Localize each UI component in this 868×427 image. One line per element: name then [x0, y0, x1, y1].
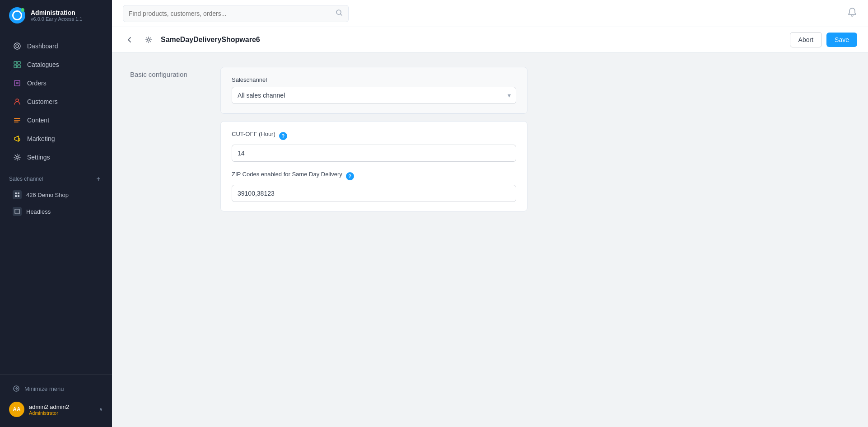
minimize-menu-button[interactable]: Minimize menu	[4, 380, 108, 397]
sidebar-nav: Dashboard Catalogues Orders Customers Co…	[0, 31, 112, 374]
channel-headless[interactable]: Headless	[4, 203, 108, 220]
config-card-fields: CUT-OFF (Hour) ? ZIP Codes enabled for S…	[220, 121, 527, 211]
svg-point-13	[16, 156, 19, 159]
online-indicator	[21, 8, 24, 12]
sidebar-item-label: Marketing	[27, 135, 55, 142]
svg-rect-4	[14, 65, 17, 68]
cutoff-label: CUT-OFF (Hour)	[232, 131, 275, 137]
topbar	[112, 0, 868, 27]
svg-rect-17	[18, 195, 19, 197]
sales-channel-section: Sales channel +	[0, 170, 112, 186]
config-card-saleschannel: Saleschannel All sales channel ▾	[220, 67, 527, 114]
orders-icon	[13, 79, 22, 88]
svg-rect-3	[18, 61, 20, 64]
svg-point-9	[16, 99, 19, 102]
svg-rect-6	[14, 80, 20, 86]
subheader-left: SameDayDeliveryShopware6	[123, 33, 260, 47]
main-content: SameDayDeliveryShopware6 Abort Save Basi…	[112, 0, 868, 427]
search-icon	[336, 9, 343, 18]
search-input[interactable]	[129, 10, 332, 17]
sidebar-item-label: Dashboard	[27, 42, 58, 50]
topbar-right	[847, 7, 857, 19]
cutoff-help-icon[interactable]: ?	[279, 132, 287, 140]
zipcode-label: ZIP Codes enabled for Same Day Delivery	[232, 171, 342, 178]
sidebar-item-marketing[interactable]: Marketing	[4, 130, 108, 148]
cutoff-label-row: CUT-OFF (Hour) ?	[232, 131, 516, 141]
svg-rect-18	[15, 209, 19, 214]
zipcode-label-row: ZIP Codes enabled for Same Day Delivery …	[232, 171, 516, 181]
back-button[interactable]	[123, 33, 136, 47]
sidebar-item-settings[interactable]: Settings	[4, 148, 108, 166]
svg-point-22	[148, 38, 150, 41]
settings-gear-button[interactable]	[142, 33, 155, 47]
channel-demo-label: 426 Demo Shop	[26, 192, 69, 198]
user-avatar: AA	[9, 402, 24, 417]
logo-ring	[12, 10, 22, 20]
subheader: SameDayDeliveryShopware6 Abort Save	[112, 27, 868, 52]
content-icon	[13, 116, 22, 125]
catalogues-icon	[13, 60, 22, 69]
user-info: admin2 admin2 Administrator	[29, 404, 94, 416]
customers-icon	[13, 97, 22, 106]
marketing-icon	[13, 134, 22, 143]
svg-rect-2	[14, 61, 17, 64]
svg-point-1	[16, 45, 19, 47]
sidebar-item-dashboard[interactable]: Dashboard	[4, 37, 108, 55]
svg-rect-12	[14, 122, 19, 122]
subheader-right: Abort Save	[790, 32, 857, 47]
sidebar-item-catalogues[interactable]: Catalogues	[4, 56, 108, 74]
sidebar-item-label: Orders	[27, 80, 47, 87]
zipcode-field-row: ZIP Codes enabled for Same Day Delivery …	[232, 171, 516, 202]
search-bar[interactable]	[123, 5, 349, 22]
saleschannel-select-wrap: All sales channel ▾	[232, 87, 516, 104]
brand-info: Administration v6.0.0 Early Access 1.1	[31, 9, 82, 22]
minimize-label: Minimize menu	[24, 385, 64, 392]
user-name: admin2 admin2	[29, 404, 94, 410]
section-label: Basic configuration	[130, 67, 202, 413]
save-button[interactable]: Save	[826, 33, 857, 47]
notification-icon[interactable]	[847, 7, 857, 19]
headless-icon	[13, 207, 22, 216]
demo-shop-icon	[13, 190, 22, 199]
sidebar-item-label: Customers	[27, 98, 58, 105]
sidebar-item-customers[interactable]: Customers	[4, 93, 108, 111]
user-chevron-icon[interactable]: ∧	[99, 406, 103, 413]
cutoff-field-row: CUT-OFF (Hour) ?	[232, 131, 516, 162]
channel-headless-label: Headless	[26, 208, 51, 215]
saleschannel-section: Saleschannel All sales channel ▾	[221, 67, 527, 113]
svg-rect-14	[15, 192, 17, 194]
app-logo	[9, 7, 25, 23]
brand-version: v6.0.0 Early Access 1.1	[31, 16, 82, 22]
page-title: SameDayDeliveryShopware6	[161, 36, 260, 44]
sidebar-item-label: Settings	[27, 154, 50, 161]
zipcode-help-icon[interactable]: ?	[346, 172, 354, 180]
svg-rect-10	[14, 118, 20, 119]
dashboard-icon	[13, 42, 22, 51]
svg-rect-5	[18, 65, 20, 68]
sidebar-item-label: Content	[27, 117, 49, 124]
svg-rect-16	[15, 195, 17, 197]
settings-icon	[13, 153, 22, 162]
saleschannel-select[interactable]: All sales channel	[232, 87, 516, 104]
channel-demo-shop[interactable]: 426 Demo Shop	[4, 187, 108, 203]
form-panel: Saleschannel All sales channel ▾ CUT-OFF…	[220, 67, 527, 413]
sidebar-footer: Minimize menu AA admin2 admin2 Administr…	[0, 374, 112, 427]
fields-container: CUT-OFF (Hour) ? ZIP Codes enabled for S…	[221, 122, 527, 211]
svg-point-0	[14, 43, 20, 49]
user-initials: AA	[13, 406, 20, 413]
zipcode-input[interactable]	[232, 185, 516, 202]
svg-line-21	[341, 14, 342, 15]
saleschannel-field-label: Saleschannel	[232, 76, 516, 83]
brand-name: Administration	[31, 9, 82, 16]
cutoff-input[interactable]	[232, 145, 516, 162]
user-row: AA admin2 admin2 Administrator ∧	[0, 397, 112, 422]
abort-button[interactable]: Abort	[790, 32, 822, 47]
sidebar-item-label: Catalogues	[27, 61, 59, 68]
add-channel-button[interactable]: +	[94, 174, 103, 183]
user-role: Administrator	[29, 410, 94, 416]
content-area: Basic configuration Saleschannel All sal…	[112, 52, 868, 427]
sales-channel-label: Sales channel	[9, 176, 43, 182]
sidebar-item-content[interactable]: Content	[4, 111, 108, 129]
svg-rect-15	[18, 192, 19, 194]
sidebar-item-orders[interactable]: Orders	[4, 74, 108, 92]
